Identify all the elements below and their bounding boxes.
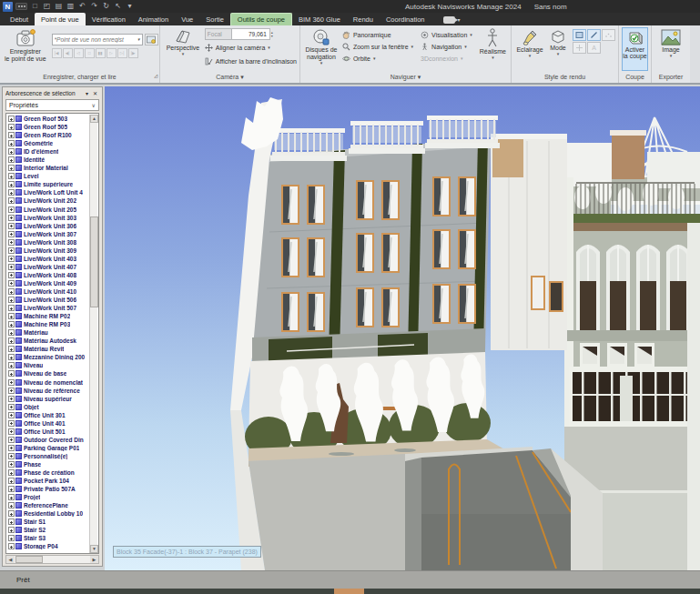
ribbon-tab[interactable]: BIM 360 Glue (292, 13, 347, 25)
tree-item[interactable]: Stair S3 (7, 534, 89, 542)
export-image-button[interactable]: Image ▾ (658, 27, 684, 72)
close-icon[interactable]: ✕ (91, 90, 99, 96)
tree-item[interactable]: Live/Work Unit 308 (7, 238, 89, 247)
zoom-window-button[interactable]: Zoom sur la fenêtre ▾ (342, 41, 413, 53)
ribbon-tab[interactable]: Rendu (347, 13, 380, 25)
tree-item[interactable]: Stair S1 (7, 518, 89, 526)
pin-icon[interactable]: ▾ (83, 90, 91, 96)
playback-button[interactable]: ◁ (74, 48, 84, 58)
tree-item[interactable]: Outdoor Covered Din (7, 436, 89, 444)
walk-button[interactable]: Navigation ▾ (421, 41, 472, 53)
vertical-scrollbar[interactable]: ▲ ▼ (89, 115, 97, 553)
expand-icon[interactable] (8, 206, 15, 213)
spinner-icon[interactable]: ▴▾ (271, 31, 273, 38)
expand-icon[interactable] (8, 156, 15, 163)
tree-item[interactable]: Identité (7, 156, 89, 164)
orbit-button[interactable]: Orbite ▾ (342, 53, 413, 65)
expand-icon[interactable] (8, 215, 15, 221)
scroll-right-icon[interactable]: ▶ (90, 556, 98, 563)
expand-icon[interactable] (8, 189, 15, 196)
perspective-button[interactable]: Perspective ▾ (163, 27, 203, 72)
scroll-up-icon[interactable]: ▲ (90, 115, 98, 123)
expand-icon[interactable] (8, 288, 15, 295)
expand-icon[interactable] (8, 543, 15, 549)
tree-item[interactable]: Live/Work Unit 403 (7, 255, 89, 263)
expand-icon[interactable] (8, 223, 15, 229)
open-file-icon[interactable]: ◰ (42, 2, 52, 11)
expand-icon[interactable] (8, 461, 15, 468)
tree-item[interactable]: Office Unit 401 (7, 419, 89, 428)
tree-item[interactable]: Live/Work Unit 410 (7, 287, 89, 296)
expand-icon[interactable] (8, 116, 15, 122)
tree-item[interactable]: Machine RM P02 (7, 312, 89, 320)
expand-icon[interactable] (8, 329, 15, 336)
tree-item[interactable]: Live/Work Unit 307 (7, 230, 89, 238)
select-cursor-icon[interactable]: ↖ (113, 2, 123, 11)
expand-icon[interactable] (8, 396, 15, 402)
realism-button[interactable]: Réalisme ▾ (478, 27, 508, 72)
tree-item[interactable]: Live/Work Unit 409 (7, 279, 89, 287)
edit-viewpoint-button[interactable] (145, 34, 158, 45)
tree-item[interactable]: Residential Lobby 10 (7, 509, 89, 518)
tree-item[interactable]: Objet (7, 403, 89, 411)
save-viewpoint-button[interactable]: Enregistrer le point de vue (3, 27, 48, 72)
expand-icon[interactable] (8, 337, 15, 344)
mode-button[interactable]: Mode ▾ (545, 27, 571, 72)
text-toggle[interactable]: A (587, 42, 601, 54)
expand-icon[interactable] (8, 478, 15, 484)
expand-icon[interactable] (8, 527, 15, 533)
tree-item[interactable]: Matériau Revit (7, 345, 89, 353)
expand-icon[interactable] (8, 124, 15, 130)
snap-points-toggle[interactable] (573, 42, 586, 54)
tree-item[interactable]: Office Unit 501 (7, 428, 89, 436)
tree-item[interactable]: Limite supérieure (7, 180, 89, 188)
expand-icon[interactable] (8, 280, 15, 287)
look-around-button[interactable]: Visualisation ▾ (421, 29, 472, 41)
align-camera-button[interactable]: Aligner la caméra ▾ (205, 42, 297, 54)
expand-icon[interactable] (8, 469, 15, 476)
tree-item[interactable]: Green Roof 505 (7, 123, 89, 131)
expand-icon[interactable] (8, 247, 15, 254)
expand-icon[interactable] (8, 445, 15, 451)
tree-item[interactable]: ID d'élément (7, 147, 89, 156)
expand-icon[interactable] (8, 404, 15, 410)
tree-item[interactable]: Projet (7, 493, 89, 501)
scrollbar-thumb[interactable] (90, 216, 98, 307)
tree-item[interactable]: Stair S2 (7, 526, 89, 534)
expand-icon[interactable] (8, 420, 15, 427)
tree-item[interactable]: Live/Work Unit 506 (7, 296, 89, 304)
expand-icon[interactable] (8, 197, 15, 204)
ribbon-tab[interactable]: Outils de coupe (230, 13, 292, 25)
tree-item[interactable]: Live/Work Unit 507 (7, 304, 89, 312)
expand-icon[interactable] (8, 272, 15, 278)
playback-button[interactable]: ▮▮ (96, 48, 106, 58)
tree-item[interactable]: Machine RM P03 (7, 320, 89, 328)
tree-item[interactable]: Niveau de nomenclat (7, 378, 89, 387)
tree-item[interactable]: Live/Work Unit 309 (7, 247, 89, 255)
points-toggle[interactable] (602, 29, 615, 41)
tree-item[interactable]: Phase de création (7, 468, 89, 477)
tree-item[interactable]: Matériau (7, 328, 89, 337)
tree-item[interactable]: Mezzanine Dining 200 (7, 353, 89, 361)
playback-button[interactable]: □ (85, 48, 95, 58)
expand-icon[interactable] (8, 313, 15, 319)
playback-button[interactable]: ▷| (117, 48, 127, 58)
tree-item[interactable]: Green Roof R100 (7, 131, 89, 139)
expand-icon[interactable] (8, 132, 15, 138)
expand-icon[interactable] (8, 412, 15, 418)
steering-wheels-button[interactable]: Disques de navigation ▾ (303, 27, 340, 72)
tree-item[interactable]: Live/Work Unit 408 (7, 271, 89, 279)
tree-item[interactable]: Private Patio 507A (7, 485, 89, 493)
tree-item[interactable]: Green Roof 503 (7, 115, 89, 123)
ribbon-tab[interactable]: Sortie (199, 13, 230, 25)
expand-icon[interactable] (8, 453, 15, 459)
expand-icon[interactable] (8, 354, 15, 360)
tree-item[interactable]: Personnalisé(e) (7, 452, 89, 460)
tree-item[interactable]: Matériau Autodesk (7, 337, 89, 345)
show-tilt-bar-button[interactable]: Afficher la barre d'inclinaison (205, 55, 297, 67)
refresh-icon[interactable]: ↻ (101, 2, 111, 11)
scroll-left-icon[interactable]: ◀ (6, 556, 15, 563)
expand-icon[interactable] (8, 428, 15, 435)
expand-icon[interactable] (8, 494, 15, 500)
tree-item[interactable]: Storage P04 (7, 542, 89, 550)
